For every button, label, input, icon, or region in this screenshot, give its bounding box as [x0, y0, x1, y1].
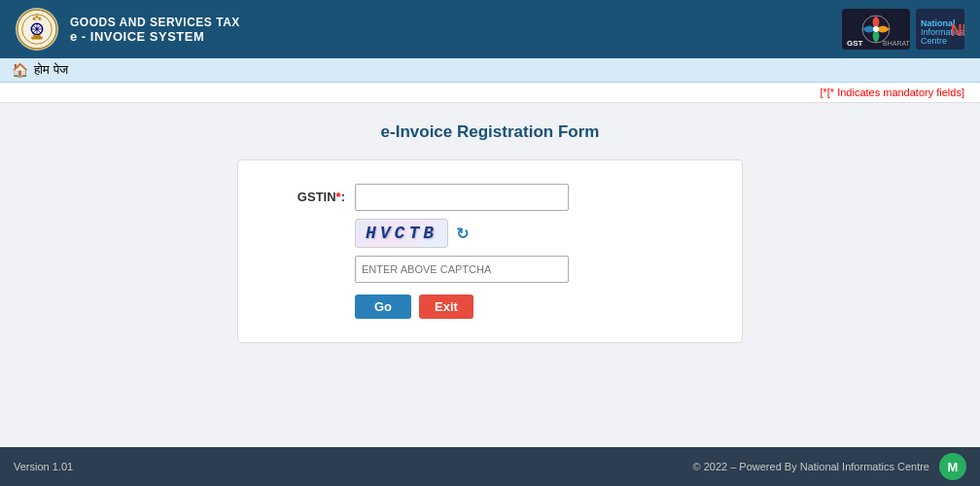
- registration-form-card: GSTIN*: HVCTB ↻ Go Exit: [237, 159, 743, 343]
- svg-point-15: [873, 26, 879, 32]
- svg-text:GST: GST: [847, 39, 863, 48]
- org-line2: e - INVOICE SYSTEM: [70, 29, 240, 44]
- gstin-input[interactable]: [355, 184, 569, 211]
- mandatory-text: [* Indicates mandatory fields]: [827, 87, 964, 98]
- captcha-image: HVCTB: [355, 219, 448, 248]
- page-header: GOODS AND SERVICES TAX e - INVOICE SYSTE…: [0, 0, 980, 58]
- footer-right-group: © 2022 – Powered By National Informatics…: [692, 453, 966, 480]
- gstin-row: GSTIN*: HVCTB ↻: [267, 184, 713, 283]
- captcha-row: HVCTB ↻: [355, 219, 569, 248]
- breadcrumb-bar: 🏠 होम पेज: [0, 58, 980, 83]
- page-footer: Version 1.01 © 2022 – Powered By Nationa…: [0, 447, 980, 486]
- svg-text:NIC: NIC: [951, 22, 964, 39]
- org-line1: GOODS AND SERVICES TAX: [70, 16, 240, 29]
- form-title: e-Invoice Registration Form: [19, 122, 961, 142]
- nic-logo: GST BHARATI National Informatics Centre …: [842, 9, 964, 50]
- copyright-text: © 2022 – Powered By National Informatics…: [692, 461, 929, 472]
- exit-button[interactable]: Exit: [419, 295, 473, 319]
- form-button-row: Go Exit: [267, 295, 713, 319]
- gstin-label: GSTIN*:: [267, 184, 345, 204]
- breadcrumb-text: होम पेज: [34, 62, 68, 78]
- gstin-input-col: HVCTB ↻: [355, 184, 569, 283]
- header-right: GST BHARATI National Informatics Centre …: [842, 9, 964, 50]
- version-label: Version 1.01: [14, 461, 73, 472]
- mandatory-note: [*[* Indicates mandatory fields]: [0, 83, 980, 103]
- svg-text:BHARATI: BHARATI: [883, 40, 910, 47]
- header-left: GOODS AND SERVICES TAX e - INVOICE SYSTE…: [16, 8, 240, 51]
- footer-avatar-bubble[interactable]: M: [939, 453, 966, 480]
- captcha-refresh-icon[interactable]: ↻: [456, 225, 469, 243]
- go-button[interactable]: Go: [355, 295, 411, 319]
- main-content: e-Invoice Registration Form GSTIN*: HVCT…: [0, 103, 980, 447]
- emblem-logo: [16, 8, 58, 51]
- home-icon[interactable]: 🏠: [12, 62, 28, 78]
- header-title-block: GOODS AND SERVICES TAX e - INVOICE SYSTE…: [70, 16, 240, 44]
- svg-text:Centre: Centre: [921, 36, 947, 46]
- captcha-input[interactable]: [355, 256, 569, 283]
- svg-rect-9: [33, 35, 41, 38]
